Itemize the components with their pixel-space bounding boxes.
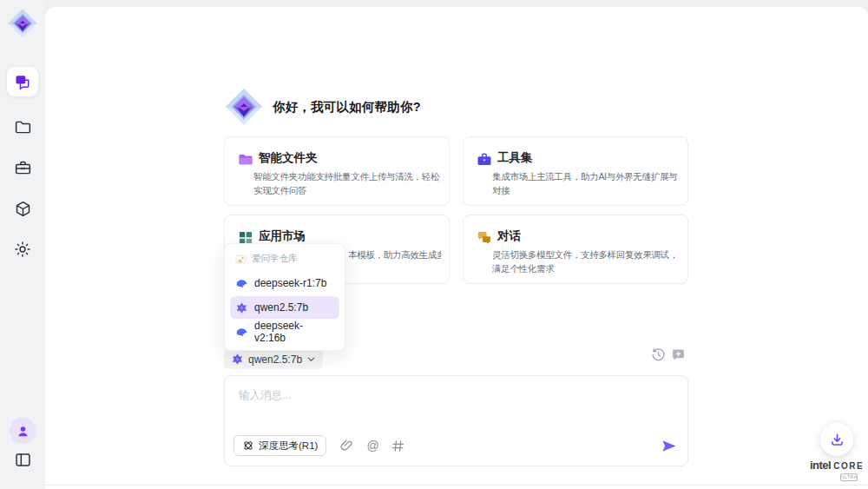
cube-icon [14, 200, 32, 218]
chat-bubbles-icon [14, 73, 31, 90]
collapse-panel-button[interactable] [12, 449, 33, 470]
card-title: 对话 [497, 228, 521, 244]
briefcase-icon [14, 159, 32, 177]
download-icon [829, 432, 845, 448]
hash-topic-icon[interactable] [391, 439, 405, 453]
deepseek-whale-icon [235, 277, 248, 290]
card-toolset[interactable]: 工具集 集成市场上主流工具，助力AI与外界无缝扩展与对接 [463, 136, 688, 206]
message-input[interactable] [239, 388, 673, 426]
card-title: 工具集 [497, 150, 533, 166]
sidebar-item-settings[interactable] [12, 239, 33, 260]
deep-think-toggle[interactable]: 深度思考(R1) [233, 435, 326, 456]
card-title: 应用市场 [259, 228, 306, 244]
greeting-block: 你好，我可以如何帮助你? [224, 87, 421, 127]
gear-icon [13, 240, 32, 259]
intel-text: intel [810, 459, 831, 472]
selected-model-label: qwen2.5:7b [248, 354, 302, 366]
attachment-icon[interactable] [339, 439, 354, 453]
message-composer: 深度思考(R1) @ [224, 375, 688, 466]
sidebar-item-chat[interactable] [7, 67, 38, 96]
deep-think-atom-icon [242, 439, 254, 452]
greeting-text: 你好，我可以如何帮助你? [273, 99, 421, 116]
model-option-label: deepseek-v2:16b [254, 320, 334, 344]
model-option-label: deepseek-r1:7b [254, 277, 326, 289]
conversation-actions [651, 347, 686, 362]
deep-think-label: 深度思考(R1) [259, 439, 318, 453]
send-icon[interactable] [661, 438, 677, 454]
person-icon [16, 424, 30, 439]
model-group-label: 爱问学仓库 [252, 253, 298, 265]
chevron-down-icon [306, 354, 316, 364]
indigo-briefcase-icon [477, 152, 492, 168]
assistant-logo-icon [224, 87, 264, 127]
qwen-icon [235, 301, 248, 314]
deepseek-whale-icon [235, 326, 248, 339]
card-conversation[interactable]: 对话 灵活切换多模型文件，支持多样回复效果调试，满足个性化需求 [463, 215, 688, 284]
panel-layout-icon [14, 451, 32, 469]
bottom-divider [45, 485, 868, 486]
purple-folder-icon [238, 152, 253, 168]
history-icon[interactable] [651, 347, 666, 362]
model-option-deepseek-v2[interactable]: deepseek-v2:16b [230, 320, 339, 343]
model-option-label: qwen2.5:7b [254, 301, 308, 314]
new-chat-icon[interactable] [671, 347, 686, 362]
model-dropdown: 爱问学仓库 deepseek-r1:7b qwen2.5:7b deepseek… [224, 243, 345, 351]
app-logo-icon [7, 8, 38, 39]
qwen-icon [231, 353, 244, 366]
ultra-badge: ultra [840, 473, 858, 481]
composer-toolbar: 深度思考(R1) @ [233, 434, 677, 457]
user-avatar[interactable] [10, 418, 36, 444]
amber-chat-icon [477, 230, 492, 246]
core-text: core [833, 461, 864, 471]
model-group: 爱问学仓库 [230, 251, 339, 270]
intel-core-badge: intel core ultra [809, 457, 865, 481]
main-panel: 你好，我可以如何帮助你? 智能文件夹 智能文件夹功能支持批量文件上传与清洗，轻松… [45, 7, 868, 489]
sidebar [0, 0, 45, 489]
intel-logo: intel core [810, 459, 864, 472]
repository-icon [235, 254, 247, 265]
sidebar-item-toolbox[interactable] [12, 157, 33, 178]
mention-icon[interactable]: @ [366, 439, 378, 452]
card-description: 智能文件夹功能支持批量文件上传与清洗，轻松实现文件问答 [253, 169, 441, 197]
sidebar-item-models[interactable] [12, 198, 33, 219]
model-selector[interactable]: qwen2.5:7b [224, 349, 323, 369]
card-title: 智能文件夹 [259, 150, 318, 166]
model-option-qwen[interactable]: qwen2.5:7b [230, 296, 339, 319]
card-smart-folder[interactable]: 智能文件夹 智能文件夹功能支持批量文件上传与清洗，轻松实现文件问答 [224, 136, 450, 206]
folder-icon [14, 118, 32, 136]
card-description: 集成市场上主流工具，助力AI与外界无缝扩展与对接 [492, 169, 680, 197]
model-option-deepseek-r1[interactable]: deepseek-r1:7b [230, 272, 339, 294]
sidebar-item-folders[interactable] [12, 116, 33, 137]
card-description: 灵活切换多模型文件，支持多样回复效果调试，满足个性化需求 [492, 248, 680, 275]
download-button[interactable] [820, 423, 853, 456]
